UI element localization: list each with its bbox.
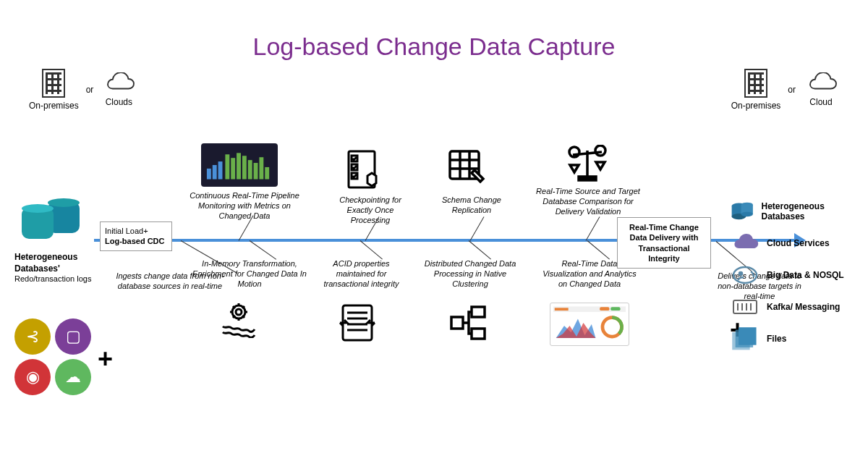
- svg-rect-10: [265, 167, 269, 180]
- feature-transform: In-Memory Transformation, Enrichment for…: [192, 259, 307, 289]
- svg-rect-50: [733, 300, 757, 313]
- feature-acid: ACID properties maintained for transacti…: [312, 259, 410, 289]
- deployment-right: On-premises or Cloud: [731, 69, 839, 111]
- svg-rect-2: [218, 161, 223, 180]
- scale-compare-icon: [566, 145, 609, 182]
- schema-edit-icon: [447, 148, 488, 188]
- target-list: Heterogeneous Databases Cloud Services B…: [731, 199, 850, 358]
- connector-line: [360, 240, 383, 259]
- gear-process-icon: [217, 300, 260, 338]
- svg-rect-9: [259, 157, 263, 179]
- target-row: Big Data & NOSQL: [731, 263, 850, 287]
- feature-compare: Real-Time Source and Target Database Com…: [534, 187, 642, 216]
- svg-rect-24: [579, 177, 596, 180]
- svg-rect-4: [231, 158, 235, 179]
- svg-rect-0: [207, 169, 211, 180]
- page-title: Log-based Change Data Capture: [253, 33, 616, 61]
- wifi-source-icon: ◉: [14, 359, 51, 395]
- target-db-label: Heterogeneous Databases: [762, 201, 851, 222]
- svg-point-23: [595, 145, 605, 156]
- feature-checkpoint: Checkpointing for Exactly Once Processin…: [327, 195, 414, 225]
- plus-icon: +: [98, 344, 113, 374]
- document-source-icon: ▢: [55, 318, 91, 355]
- cloud-label: Cloud: [809, 97, 832, 107]
- clouds-label: Clouds: [106, 97, 132, 107]
- initial-load-badge: Initial Load+ Log-based CDC: [100, 221, 172, 251]
- target-files-label: Files: [767, 334, 786, 344]
- source-databases: Heterogeneous Databases' Redo/transactio…: [14, 203, 109, 283]
- svg-rect-57: [739, 327, 756, 345]
- feature-schema: Schema Change Replication: [432, 195, 511, 216]
- source-sub: Redo/transaction logs: [14, 274, 109, 283]
- target-row: Files: [731, 326, 850, 351]
- target-row: Heterogeneous Databases: [731, 199, 850, 224]
- building-icon: [42, 69, 65, 98]
- building-icon: [744, 69, 767, 98]
- svg-rect-5: [237, 153, 241, 179]
- cloud-icon: [101, 72, 137, 94]
- badge-line2: Log-based CDC: [105, 237, 165, 245]
- kafka-source-icon: ⊰: [14, 318, 51, 355]
- svg-rect-1: [213, 165, 217, 180]
- acid-integrity-icon: [339, 303, 376, 343]
- cloud-source-icon: ☁: [55, 359, 91, 395]
- svg-point-47: [741, 212, 753, 217]
- target-bigdata-label: Big Data & NOSQL: [767, 270, 844, 280]
- svg-rect-32: [451, 317, 463, 329]
- kafka-icon: [731, 295, 760, 319]
- onprem-label: On-premises: [29, 101, 79, 111]
- feature-cluster: Distributed Changed Data Processing in N…: [416, 259, 524, 289]
- svg-rect-36: [555, 308, 569, 311]
- svg-rect-7: [248, 160, 252, 179]
- bigdata-icon: [731, 263, 760, 287]
- target-kafka-label: Kafka/ Messaging: [767, 302, 840, 312]
- checklist-icon: [346, 148, 383, 190]
- badge-line1: Initial Load+: [105, 227, 148, 235]
- cluster-icon: [448, 303, 489, 343]
- source-heading: Heterogeneous Databases': [14, 252, 109, 274]
- svg-rect-6: [242, 156, 247, 179]
- cloud-icon: [803, 72, 839, 94]
- connector-line: [250, 240, 276, 260]
- target-row: Cloud Services: [731, 231, 850, 256]
- database-icon: [731, 199, 754, 224]
- target-row: Kafka/ Messaging: [731, 295, 850, 319]
- connector-line: [470, 216, 485, 240]
- feature-visualize: Real-Time Data Visualization and Analyti…: [542, 259, 637, 289]
- svg-rect-33: [472, 307, 485, 317]
- files-icon: [731, 326, 760, 351]
- cloud-service-icon: [731, 231, 760, 256]
- feature-monitoring: Continuous Real-Time Pipeline Monitoring…: [187, 191, 302, 221]
- svg-rect-3: [225, 154, 229, 179]
- source-connectors: ⊰ ▢ ◉ ☁: [14, 318, 91, 395]
- svg-point-49: [739, 272, 742, 275]
- svg-rect-34: [472, 329, 485, 339]
- connector-line: [586, 216, 600, 240]
- svg-point-26: [236, 309, 242, 315]
- dashboard-icon: [201, 143, 278, 187]
- onprem-label: On-premises: [731, 101, 781, 111]
- connector-line: [587, 240, 610, 259]
- target-cloud-label: Cloud Services: [767, 238, 830, 248]
- svg-rect-38: [610, 307, 620, 311]
- deployment-left: On-premises or Clouds: [29, 69, 137, 111]
- svg-rect-8: [254, 163, 258, 180]
- or-label: or: [788, 85, 796, 95]
- or-label: or: [86, 85, 94, 95]
- visualization-dashboard-icon: [550, 303, 629, 346]
- database-stack-icon: [22, 203, 80, 246]
- connector-line: [469, 240, 491, 259]
- svg-rect-37: [600, 307, 609, 311]
